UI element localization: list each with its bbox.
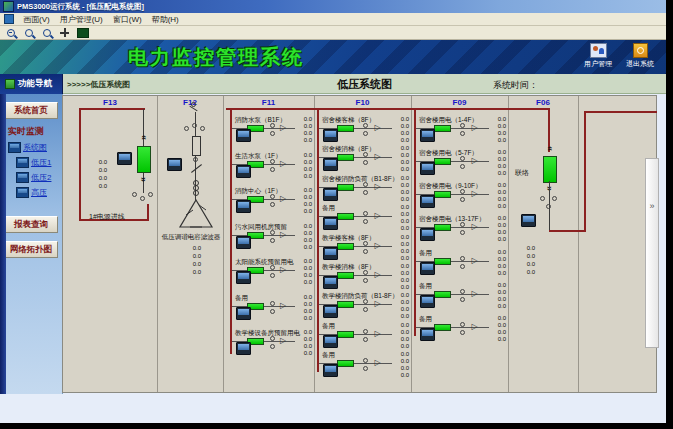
measurement-value: 0.0 <box>297 244 312 251</box>
zoom-out-icon[interactable] <box>21 26 36 39</box>
feeder-label: 宿舍楼消防负荷（B1-8F） <box>322 175 398 182</box>
incoming-breaker[interactable] <box>137 146 151 173</box>
meter-icon[interactable] <box>323 335 338 348</box>
feeder-row: 宿舍楼消防负荷（B1-8F） 0.00.00.00.0 <box>319 175 409 200</box>
breaker-indicator[interactable] <box>434 125 451 132</box>
breaker-indicator[interactable] <box>337 125 354 132</box>
panel-expander[interactable]: » <box>645 158 659 348</box>
meter-icon[interactable] <box>323 129 338 142</box>
feeder-label: 教学楼客梯（8F） <box>322 234 375 241</box>
meter-icon[interactable] <box>323 217 338 230</box>
exit-system-button[interactable]: 退出系统 <box>626 43 654 69</box>
meter-icon[interactable] <box>420 228 435 241</box>
zoom-in-icon[interactable] <box>3 26 18 39</box>
switch-symbol <box>363 160 368 165</box>
breaker-indicator[interactable] <box>337 301 354 308</box>
measurement-value: 0.0 <box>297 159 312 166</box>
column-header-f10: F10 <box>314 98 411 107</box>
breaker-indicator[interactable] <box>434 224 451 231</box>
meter-icon[interactable] <box>236 129 251 142</box>
sidebar-item-reports[interactable]: 报表查询 <box>4 216 58 233</box>
sidebar-item-lowvoltage-1[interactable]: 低压1 <box>16 157 62 168</box>
measurement-value: 0.0 <box>297 258 312 265</box>
measurement-value: 0.0 <box>394 166 409 173</box>
meter-icon[interactable] <box>323 276 338 289</box>
mdi-child-icon[interactable] <box>4 14 14 24</box>
sidebar-item-system-diagram[interactable]: 系统图 <box>8 142 62 153</box>
feeder-row: 教学楼设备房预留用电 0.00.00.00.0 <box>232 329 312 354</box>
menu-window[interactable]: 窗口(W) <box>108 14 147 25</box>
switch-symbol <box>460 197 465 202</box>
measurement-value: 0.0 <box>519 268 535 276</box>
menu-user-management[interactable]: 用户管理(U) <box>55 14 108 25</box>
meter-icon[interactable] <box>323 305 338 318</box>
measurement-value: 0.0 <box>394 189 409 196</box>
breaker-indicator[interactable] <box>337 331 354 338</box>
exit-icon <box>633 43 648 58</box>
sidebar-item-lowvoltage-2[interactable]: 低压2 <box>16 172 62 183</box>
measurement-value: 0.0 <box>297 343 312 350</box>
switch-symbol <box>363 307 368 312</box>
sidebar-item-topology[interactable]: 网络拓扑图 <box>4 241 58 258</box>
breaker-indicator[interactable] <box>337 154 354 161</box>
app-icon <box>3 1 14 12</box>
pan-icon[interactable] <box>57 26 72 39</box>
user-management-button[interactable]: 用户管理 <box>584 43 612 69</box>
breaker-indicator[interactable] <box>434 191 451 198</box>
meter-icon[interactable] <box>420 195 435 208</box>
breaker-indicator[interactable] <box>434 291 451 298</box>
screen-icon[interactable] <box>75 26 90 39</box>
measurement-value: 0.0 <box>297 187 312 194</box>
menu-help[interactable]: 帮助(H) <box>147 14 184 25</box>
measurement-value: 0.0 <box>394 130 409 137</box>
sidebar-item-home[interactable]: 系统首页 <box>4 102 58 119</box>
meter-icon[interactable] <box>521 214 536 227</box>
switch-symbol <box>363 123 368 128</box>
breaker-indicator[interactable] <box>337 184 354 191</box>
feeder-row: 宿舍楼用电（13-17F） 0.00.00.00.0 <box>416 215 506 240</box>
meter-icon[interactable] <box>236 236 251 249</box>
breaker-indicator[interactable] <box>337 360 354 367</box>
meter-icon[interactable] <box>420 129 435 142</box>
breaker-indicator[interactable] <box>337 213 354 220</box>
measurement-value: 0.0 <box>394 270 409 277</box>
sidebar-item-highvoltage[interactable]: 高压 <box>16 187 62 198</box>
feeder-row: 教学楼客梯（8F） 0.00.00.00.0 <box>319 234 409 259</box>
measurement-value: 0.0 <box>394 292 409 299</box>
meter-icon[interactable] <box>167 158 182 171</box>
meter-icon[interactable] <box>117 152 132 165</box>
measurement-value: 0.0 <box>394 313 409 320</box>
meter-icon[interactable] <box>236 307 251 320</box>
breaker-indicator[interactable] <box>434 158 451 165</box>
meter-icon[interactable] <box>323 247 338 260</box>
menu-view[interactable]: 画面(V) <box>18 14 55 25</box>
meter-icon[interactable] <box>323 188 338 201</box>
breaker-indicator[interactable] <box>434 258 451 265</box>
meter-icon[interactable] <box>420 262 435 275</box>
meter-icon[interactable] <box>236 165 251 178</box>
measurement-value: 0.0 <box>491 263 506 270</box>
measurement-value: 0.0 <box>91 174 107 182</box>
title-bar[interactable]: PMS3000运行系统 - [低压配电系统图] <box>0 0 666 13</box>
breaker-indicator[interactable] <box>337 272 354 279</box>
meter-icon[interactable] <box>236 271 251 284</box>
meter-icon[interactable] <box>420 295 435 308</box>
meter-icon[interactable] <box>323 364 338 377</box>
meter-icon[interactable] <box>323 158 338 171</box>
meter-icon[interactable] <box>420 162 435 175</box>
measurement-value: 0.0 <box>394 365 409 372</box>
breaker-indicator[interactable] <box>434 324 451 331</box>
measurement-value: 0.0 <box>491 336 506 343</box>
column-header-f09: F09 <box>411 98 508 107</box>
meter-icon[interactable] <box>236 200 251 213</box>
meter-icon[interactable] <box>420 328 435 341</box>
measurement-value: 0.0 <box>491 315 506 322</box>
feeder-row: 宿舍楼用电（9-10F） 0.00.00.00.0 <box>416 182 506 207</box>
measurement-value: 0.0 <box>491 163 506 170</box>
feeder-label: 教学楼设备房预留用电 <box>235 329 300 336</box>
meter-icon[interactable] <box>236 342 251 355</box>
breaker-indicator[interactable] <box>337 243 354 250</box>
tie-breaker[interactable] <box>543 156 557 183</box>
zoom-select-icon[interactable] <box>39 26 54 39</box>
column-divider <box>157 96 158 392</box>
